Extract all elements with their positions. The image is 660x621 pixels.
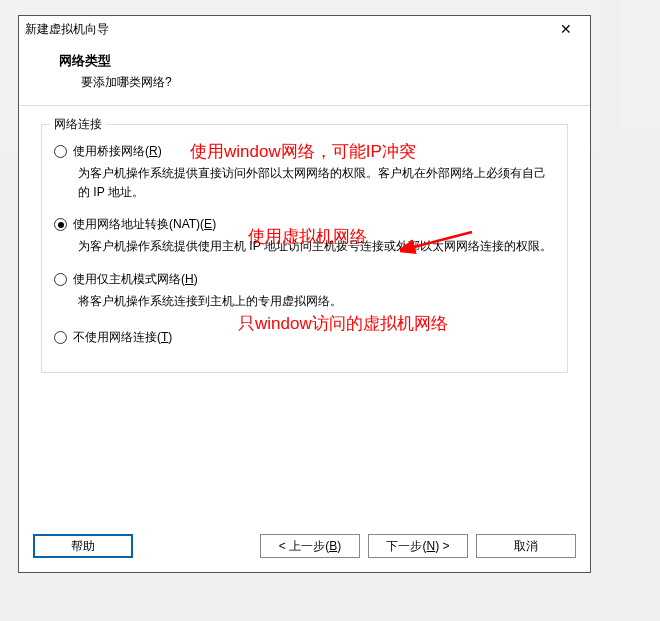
hostonly-desc: 将客户机操作系统连接到主机上的专用虚拟网络。 xyxy=(78,292,555,311)
radio-nat-label: 使用网络地址转换(NAT)(E) xyxy=(73,216,216,233)
group-label: 网络连接 xyxy=(50,116,106,133)
wizard-header: 网络类型 要添加哪类网络? xyxy=(19,42,590,106)
radio-bridged[interactable]: 使用桥接网络(R) xyxy=(54,143,555,160)
titlebar: 新建虚拟机向导 ✕ xyxy=(19,16,590,42)
header-subtitle: 要添加哪类网络? xyxy=(59,74,570,91)
radio-icon xyxy=(54,145,67,158)
header-title: 网络类型 xyxy=(59,52,570,70)
cancel-button[interactable]: 取消 xyxy=(476,534,576,558)
wizard-dialog: 新建虚拟机向导 ✕ 网络类型 要添加哪类网络? 网络连接 使用桥接网络(R) 为… xyxy=(18,15,591,573)
background-panel-right xyxy=(620,0,660,130)
dialog-title: 新建虚拟机向导 xyxy=(25,21,548,38)
radio-nat[interactable]: 使用网络地址转换(NAT)(E) xyxy=(54,216,555,233)
next-button[interactable]: 下一步(N) > xyxy=(368,534,468,558)
wizard-content: 网络连接 使用桥接网络(R) 为客户机操作系统提供直接访问外部以太网网络的权限。… xyxy=(19,106,590,524)
radio-hostonly-label: 使用仅主机模式网络(H) xyxy=(73,271,198,288)
network-groupbox: 网络连接 使用桥接网络(R) 为客户机操作系统提供直接访问外部以太网网络的权限。… xyxy=(41,124,568,373)
radio-icon xyxy=(54,218,67,231)
nat-desc: 为客户机操作系统提供使用主机 IP 地址访问主机拨号连接或外部以太网网络连接的权… xyxy=(78,237,555,256)
radio-none[interactable]: 不使用网络连接(T) xyxy=(54,329,555,346)
help-button[interactable]: 帮助 xyxy=(33,534,133,558)
radio-icon xyxy=(54,331,67,344)
button-row: 帮助 < 上一步(B) 下一步(N) > 取消 xyxy=(19,524,590,572)
bridged-desc: 为客户机操作系统提供直接访问外部以太网网络的权限。客户机在外部网络上必须有自己的… xyxy=(78,164,555,202)
radio-none-label: 不使用网络连接(T) xyxy=(73,329,172,346)
close-icon: ✕ xyxy=(560,21,572,37)
close-button[interactable]: ✕ xyxy=(548,18,584,40)
back-button[interactable]: < 上一步(B) xyxy=(260,534,360,558)
radio-bridged-label: 使用桥接网络(R) xyxy=(73,143,162,160)
radio-icon xyxy=(54,273,67,286)
radio-hostonly[interactable]: 使用仅主机模式网络(H) xyxy=(54,271,555,288)
